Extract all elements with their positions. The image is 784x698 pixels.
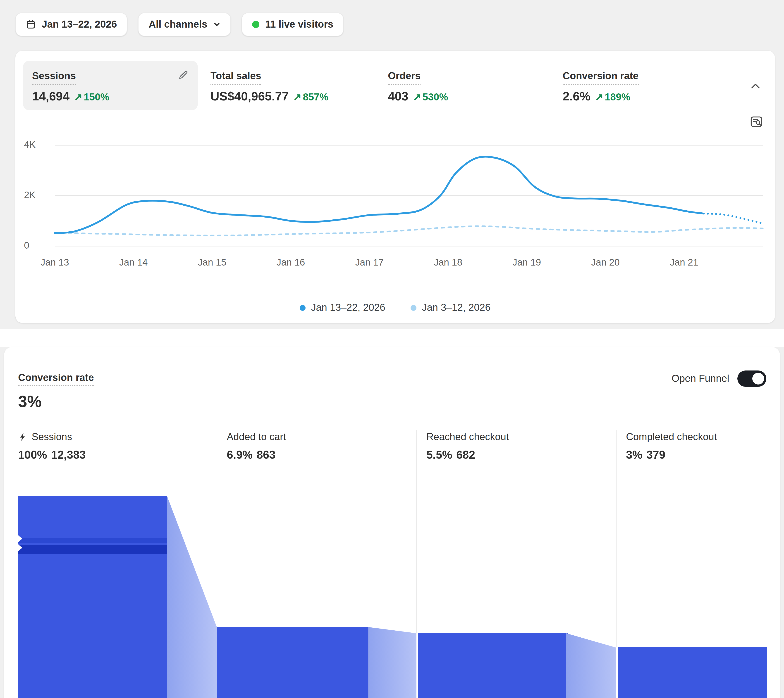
funnel-bar-stripe — [18, 545, 167, 554]
metric-delta: ↗ 150% — [74, 90, 109, 105]
svg-text:0: 0 — [24, 240, 29, 250]
metric-tab-sessions[interactable]: Sessions 14,694 ↗ 150% — [23, 61, 198, 110]
svg-text:Jan 13: Jan 13 — [41, 257, 69, 268]
date-range-button[interactable]: Jan 13–22, 2026 — [15, 13, 127, 36]
funnel-transition — [368, 496, 416, 698]
trend-up-icon: ↗ — [74, 90, 83, 105]
channels-label: All channels — [149, 18, 207, 30]
chevron-down-icon — [213, 21, 220, 28]
step-value: 3%379 — [626, 447, 768, 462]
svg-text:4K: 4K — [24, 141, 36, 150]
analytics-page: Jan 13–22, 2026 All channels 11 live vis… — [0, 0, 784, 698]
overview-chart-card: Sessions 14,694 ↗ 150% Total sales US$40 — [15, 51, 775, 323]
metric-value: 14,694 — [32, 89, 69, 104]
svg-text:2K: 2K — [24, 189, 36, 200]
funnel-step-reached-checkout: Reached checkout 5.5%682 — [416, 430, 616, 698]
funnel-bar — [18, 496, 167, 698]
trend-up-icon: ↗ — [293, 90, 302, 105]
metric-value: 2.6% — [563, 89, 591, 104]
metric-delta: ↗ 857% — [293, 90, 328, 105]
live-indicator-icon — [252, 21, 259, 28]
edit-pencil-icon[interactable] — [178, 70, 189, 81]
svg-text:Jan 16: Jan 16 — [277, 257, 305, 268]
section-divider — [0, 329, 784, 347]
metric-delta: ↗ 530% — [413, 90, 448, 105]
metric-value: US$40,965.77 — [210, 89, 289, 104]
metric-value: 403 — [388, 89, 408, 104]
step-value: 5.5%682 — [426, 447, 616, 462]
step-label: Completed checkout — [626, 430, 717, 444]
chevron-up-icon — [749, 81, 761, 92]
svg-text:Jan 17: Jan 17 — [355, 257, 384, 268]
open-funnel-control: Open Funnel — [672, 370, 766, 387]
channels-dropdown[interactable]: All channels — [138, 13, 231, 36]
open-funnel-toggle[interactable] — [738, 370, 766, 387]
conversion-funnel-card: Conversion rate 3% Open Funnel Sessions … — [4, 347, 780, 698]
funnel-bar-notch — [18, 535, 22, 542]
metric-tab-orders[interactable]: Orders 403 ↗ 530% — [388, 61, 563, 110]
metric-delta: ↗ 189% — [595, 90, 630, 105]
svg-text:Jan 15: Jan 15 — [198, 257, 226, 268]
step-label: Sessions — [32, 430, 72, 444]
metric-tab-total-sales[interactable]: Total sales US$40,965.77 ↗ 857% — [210, 61, 388, 110]
funnel-title: Conversion rate — [18, 371, 94, 386]
sessions-line-chart: 02K4KJan 13Jan 14Jan 15Jan 16Jan 17Jan 1… — [23, 141, 767, 277]
chart-legend: Jan 13–22, 2026 Jan 3–12, 2026 — [23, 301, 767, 314]
legend-dot-current — [300, 305, 305, 311]
filter-bar: Jan 13–22, 2026 All channels 11 live vis… — [0, 0, 784, 36]
metric-tabs: Sessions 14,694 ↗ 150% Total sales US$40 — [23, 61, 767, 110]
step-label: Reached checkout — [426, 430, 509, 444]
sessions-chart-area: 02K4KJan 13Jan 14Jan 15Jan 16Jan 17Jan 1… — [23, 141, 767, 278]
funnel-bar-notch — [18, 544, 22, 551]
funnel-bar — [418, 633, 568, 698]
collapse-chart-button[interactable] — [749, 81, 761, 92]
live-visitors-label: 11 live visitors — [265, 18, 333, 30]
open-funnel-label: Open Funnel — [672, 373, 729, 385]
metric-label: Orders — [388, 70, 421, 85]
funnel-step-added-to-cart: Added to cart 6.9%863 — [217, 430, 416, 698]
funnel-steps: Sessions 100%12,383 — [18, 430, 768, 698]
step-value: 100%12,383 — [18, 447, 217, 462]
funnel-transition — [167, 496, 217, 698]
funnel-bar — [618, 647, 767, 698]
metric-label: Conversion rate — [563, 70, 639, 85]
magnifier-report-icon — [749, 115, 763, 128]
metric-label: Sessions — [32, 70, 76, 85]
step-value: 6.9%863 — [227, 447, 416, 462]
date-range-label: Jan 13–22, 2026 — [42, 18, 117, 30]
legend-current-period: Jan 13–22, 2026 — [300, 302, 385, 313]
explore-data-button[interactable] — [749, 115, 763, 128]
step-label: Added to cart — [227, 430, 286, 444]
svg-text:Jan 19: Jan 19 — [512, 257, 541, 268]
metric-label: Total sales — [210, 70, 261, 85]
calendar-icon — [26, 20, 36, 30]
funnel-step-sessions: Sessions 100%12,383 — [18, 430, 217, 698]
legend-dot-previous — [411, 305, 416, 311]
svg-text:Jan 14: Jan 14 — [119, 257, 148, 268]
trend-up-icon: ↗ — [595, 90, 603, 105]
funnel-step-completed-checkout: Completed checkout 3%379 — [616, 430, 768, 698]
lightning-bolt-icon — [18, 433, 27, 441]
svg-text:Jan 18: Jan 18 — [434, 257, 462, 268]
svg-text:Jan 20: Jan 20 — [591, 257, 620, 268]
metric-tab-conversion-rate[interactable]: Conversion rate 2.6% ↗ 189% — [563, 61, 744, 110]
funnel-transition — [566, 496, 616, 698]
funnel-bar-stripe — [18, 538, 167, 543]
svg-text:Jan 21: Jan 21 — [670, 257, 698, 268]
legend-previous-period: Jan 3–12, 2026 — [411, 302, 490, 313]
toggle-knob — [752, 373, 764, 385]
funnel-rate-value: 3% — [18, 393, 768, 411]
live-visitors-button[interactable]: 11 live visitors — [242, 13, 344, 36]
trend-up-icon: ↗ — [413, 90, 421, 105]
funnel-bar — [217, 627, 368, 698]
